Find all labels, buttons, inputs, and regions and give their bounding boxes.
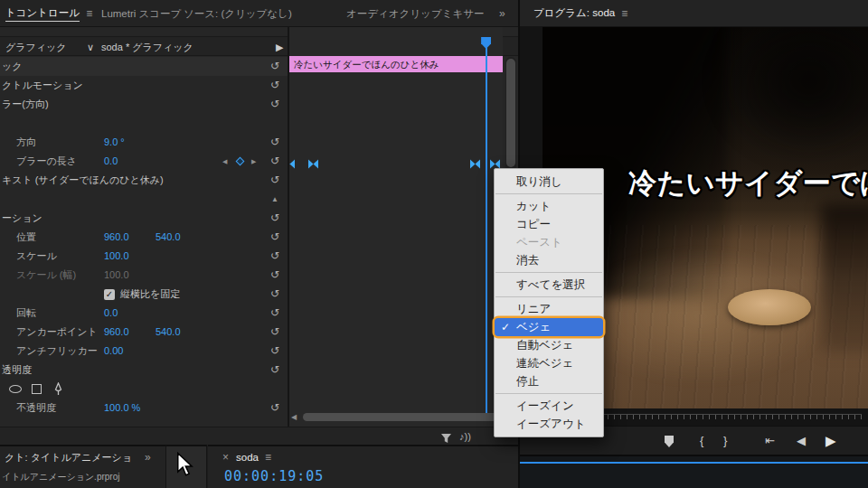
ellipse-mask-button[interactable] — [9, 385, 22, 393]
toggle-keyframe-button[interactable] — [236, 156, 245, 165]
playhead-handle[interactable] — [481, 37, 491, 49]
reset-param-button[interactable]: ↺ — [270, 247, 279, 266]
menu-item-label: コピー — [516, 218, 551, 230]
param-label: アンカーポイント — [16, 323, 98, 342]
collapse-icon[interactable]: ▲ — [271, 190, 278, 209]
context-menu-item[interactable]: 取り消し — [495, 173, 603, 191]
timeline-edge-panel — [520, 455, 868, 488]
context-menu-item[interactable]: 消去 — [495, 251, 603, 269]
param-label: 透明度 — [2, 361, 32, 380]
prev-keyframe-button[interactable]: ◀ — [222, 152, 227, 171]
param-value[interactable]: 100.0 — [104, 247, 129, 266]
context-menu-item[interactable]: イーズイン — [495, 397, 603, 415]
context-menu-item[interactable]: 連続ベジェ — [495, 354, 603, 372]
reset-param-button[interactable]: ↺ — [270, 266, 279, 285]
reset-param-button[interactable]: ↺ — [270, 228, 279, 247]
panel-menu-icon[interactable]: ≡ — [621, 7, 627, 20]
filter-properties-icon[interactable] — [440, 431, 452, 445]
tab-sequence-soda[interactable]: soda — [236, 446, 259, 468]
param-value[interactable]: 0.00 — [104, 342, 123, 361]
param-value[interactable]: 540.0 — [156, 323, 181, 342]
reset-param-button[interactable]: ↺ — [270, 133, 279, 152]
context-menu-item[interactable]: すべてを選択 — [495, 276, 603, 294]
tab-project[interactable]: クト: タイトルアニメーショ — [5, 446, 132, 468]
param-label: 方向 — [16, 133, 36, 152]
scrollbar-thumb[interactable] — [506, 59, 515, 167]
pen-mask-button[interactable] — [52, 382, 64, 399]
effect-row-spacer-1 — [0, 114, 288, 133]
param-value[interactable]: 540.0 — [156, 228, 181, 247]
param-value[interactable]: 960.0 — [104, 228, 129, 247]
playhead[interactable] — [486, 38, 487, 413]
reset-param-button[interactable]: ↺ — [270, 76, 279, 95]
reset-param-button[interactable]: ↺ — [270, 304, 279, 323]
reset-param-button[interactable]: ↺ — [270, 152, 279, 171]
reset-param-button[interactable]: ↺ — [270, 171, 279, 190]
check-icon: ✓ — [501, 318, 510, 336]
context-menu-item[interactable]: イーズアウト — [495, 415, 603, 433]
param-value[interactable]: 100.0 % — [104, 399, 140, 418]
panel-menu-icon[interactable]: ≡ — [265, 446, 271, 468]
uniform-scale-checkbox[interactable]: ✓ — [104, 289, 115, 300]
keyframe-marker[interactable] — [469, 156, 481, 173]
menu-separator — [495, 393, 602, 394]
title-overlay-text: 冷たいサイダーでほんのひと休み — [628, 164, 868, 202]
next-keyframe-button[interactable]: ▶ — [251, 152, 256, 171]
scroll-left-icon[interactable]: ◀ — [291, 413, 297, 422]
project-panel: クト: タイトルアニメーショ » イトルアニメーション.prproj — [0, 445, 165, 488]
reset-param-button[interactable]: ↺ — [270, 95, 279, 114]
menu-item-label: 自動ベジェ — [516, 339, 573, 352]
clip-bar[interactable]: 冷たいサイダーでほんのひと休み — [289, 56, 503, 72]
mark-in-button[interactable]: { — [700, 427, 703, 455]
reset-param-button[interactable]: ↺ — [270, 209, 279, 228]
audio-loop-icon[interactable]: ♪)) — [459, 427, 471, 445]
effect-panel-toolbar: ♪)) — [0, 427, 518, 445]
keyframe-marker[interactable] — [307, 156, 319, 173]
context-menu-item[interactable]: 停止 — [495, 372, 603, 390]
param-value[interactable]: 0.0 — [104, 152, 118, 171]
step-back-button[interactable]: ◀ — [797, 427, 806, 455]
effect-row-anchor-point: アンカーポイント960.0540.0↺ — [0, 323, 288, 342]
context-menu-item[interactable]: コピー — [495, 215, 603, 233]
scrollbar-thumb[interactable] — [303, 413, 500, 421]
panel-menu-icon[interactable]: ≡ — [86, 7, 92, 20]
param-value[interactable]: 100.0 — [104, 266, 129, 285]
context-menu-item[interactable]: リニア — [495, 300, 603, 318]
program-panel-tabbar: プログラム: soda ≡ — [520, 0, 868, 27]
param-value[interactable]: 9.0 ° — [104, 133, 125, 152]
reset-param-button[interactable]: ↺ — [270, 57, 279, 76]
context-menu-item[interactable]: カット — [495, 197, 603, 215]
reset-param-button[interactable]: ↺ — [270, 361, 279, 380]
project-file-name[interactable]: イトルアニメーション.prproj — [2, 471, 119, 483]
param-value[interactable]: 0.0 — [104, 304, 118, 323]
context-menu-item[interactable]: ✓ベジェ — [495, 318, 603, 336]
panel-overflow-button[interactable]: » — [145, 446, 151, 468]
close-icon[interactable]: × — [222, 446, 229, 468]
param-value[interactable]: 960.0 — [104, 323, 129, 342]
param-label: 位置 — [16, 228, 36, 247]
effect-row-uniform-scale: ✓縦横比を固定↺ — [0, 285, 288, 304]
reset-param-button[interactable]: ↺ — [270, 323, 279, 342]
panel-overflow-button[interactable]: » — [499, 0, 505, 27]
tab-source-monitor[interactable]: ソース: (クリップなし) — [184, 0, 292, 27]
play-button[interactable]: ▶ — [826, 427, 836, 455]
context-menu-item[interactable]: 自動ベジェ — [495, 336, 603, 354]
tab-lumetri-scopes[interactable]: Lumetri スコープ — [101, 0, 181, 27]
effect-controls-panel: グラフィック ∨ soda * グラフィック ▶ ック↺クトルモーション↺ラー(… — [0, 27, 518, 445]
tab-audio-clip-mixer[interactable]: オーディオクリップミキサー — [346, 0, 484, 27]
tab-effect-controls[interactable]: トコントロール≡ — [5, 0, 92, 27]
mark-out-button[interactable]: } — [723, 427, 727, 455]
go-to-in-button[interactable]: ⇤ — [765, 427, 775, 455]
program-tab-label: プログラム: soda — [533, 6, 615, 21]
effect-row-vector-motion: クトルモーション↺ — [0, 76, 288, 95]
param-label: アンチフリッカー — [16, 342, 98, 361]
reset-param-button[interactable]: ↺ — [270, 285, 279, 304]
rect-mask-button[interactable] — [32, 384, 42, 394]
reset-param-button[interactable]: ↺ — [270, 342, 279, 361]
sequence-timecode[interactable]: 00:00:19:05 — [224, 468, 324, 484]
add-marker-button[interactable] — [665, 436, 674, 447]
reset-param-button[interactable]: ↺ — [270, 399, 279, 418]
tab-program-monitor[interactable]: プログラム: soda ≡ — [533, 0, 627, 27]
timeline-h-scrollbar[interactable]: ◀ — [291, 413, 503, 422]
keyframe-marker[interactable] — [289, 156, 296, 173]
